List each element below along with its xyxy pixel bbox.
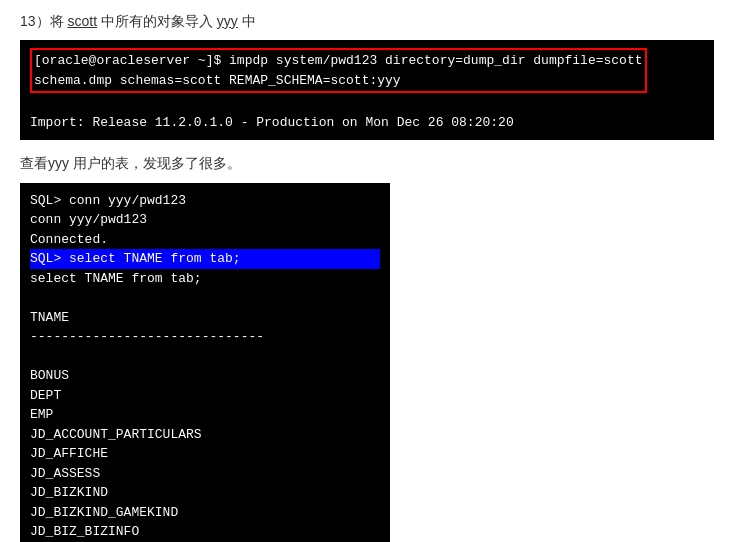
instruction-word2: yyy <box>217 13 238 29</box>
page-container: 13）将 scott 中所有的对象导入 yyy 中 [oracle@oracle… <box>0 0 734 542</box>
terminal-line-1: [oracle@oracleserver ~]$ impdp system/pw… <box>34 51 643 71</box>
terminal-line-4: Import: Release 11.2.0.1.0 - Production … <box>30 113 704 133</box>
terminal2-line-9: BONUS <box>30 366 380 386</box>
instruction-prefix-1: 13）将 <box>20 13 67 29</box>
instruction-suffix-1: 中 <box>238 13 256 29</box>
terminal2-line-4: select TNAME from tab; <box>30 269 380 289</box>
instruction-middle-1: 中所有的对象导入 <box>97 13 217 29</box>
terminal2-line-0: SQL> conn yyy/pwd123 <box>30 191 380 211</box>
terminal2-line-14: JD_ASSESS <box>30 464 380 484</box>
terminal-line-3 <box>30 93 704 113</box>
instruction2-word: yyy <box>48 155 69 171</box>
terminal2-line-1: conn yyy/pwd123 <box>30 210 380 230</box>
terminal2-line-6: TNAME <box>30 308 380 328</box>
instruction-1: 13）将 scott 中所有的对象导入 yyy 中 <box>20 10 714 32</box>
terminal2-line-15: JD_BIZKIND <box>30 483 380 503</box>
terminal2-line-17: JD_BIZ_BIZINFO <box>30 522 380 542</box>
terminal-block-2: SQL> conn yyy/pwd123 conn yyy/pwd123 Con… <box>20 183 390 542</box>
terminal2-line-12: JD_ACCOUNT_PARTICULARS <box>30 425 380 445</box>
terminal-line-2: schema.dmp schemas=scott REMAP_SCHEMA=sc… <box>34 71 643 91</box>
terminal2-line-8 <box>30 347 380 367</box>
instruction-2: 查看yyy 用户的表，发现多了很多。 <box>20 152 714 174</box>
instruction2-text: 查看 <box>20 155 48 171</box>
terminal2-line-13: JD_AFFICHE <box>30 444 380 464</box>
terminal2-line-16: JD_BIZKIND_GAMEKIND <box>30 503 380 523</box>
terminal2-line-3: SQL> select TNAME from tab; <box>30 249 380 269</box>
instruction2-suffix: 用户的表，发现多了很多。 <box>69 155 241 171</box>
terminal2-line-2: Connected. <box>30 230 380 250</box>
instruction-word1: scott <box>67 13 97 29</box>
terminal2-line-5 <box>30 288 380 308</box>
terminal2-line-11: EMP <box>30 405 380 425</box>
terminal2-line-7: ------------------------------ <box>30 327 380 347</box>
terminal-block-1: [oracle@oracleserver ~]$ impdp system/pw… <box>20 40 714 140</box>
terminal2-line-10: DEPT <box>30 386 380 406</box>
